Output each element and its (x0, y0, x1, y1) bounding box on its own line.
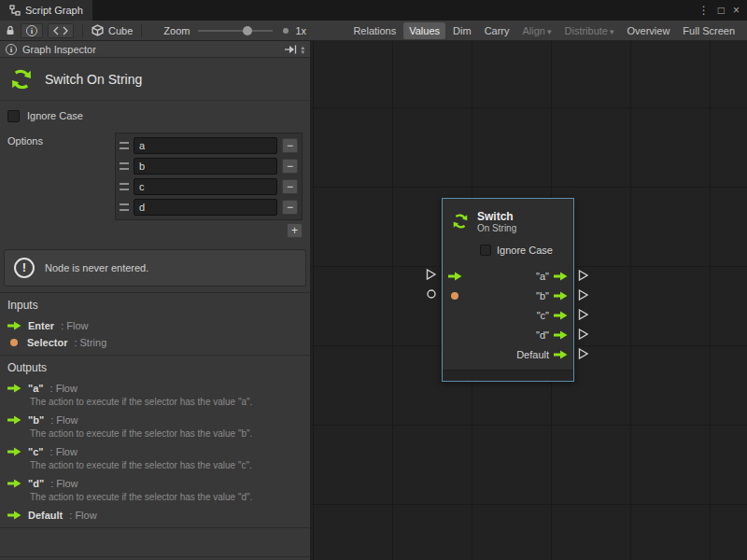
ignore-case-checkbox[interactable] (480, 245, 491, 256)
flow-port-icon (7, 479, 21, 488)
divider (82, 24, 83, 37)
toolbar-button-fullscreen[interactable]: Full Screen (677, 22, 740, 39)
dock-right-icon[interactable] (285, 45, 297, 54)
inputs-heading: Inputs (7, 299, 303, 312)
kebab-menu-icon[interactable]: ⋮ (698, 4, 710, 17)
switch-icon (450, 211, 471, 231)
list-item: "c" : Flow (7, 443, 303, 460)
enter-connector-icon[interactable] (426, 269, 436, 280)
output-connector-icon[interactable] (578, 309, 588, 320)
code-view-button[interactable] (48, 23, 74, 38)
info-icon: i (6, 44, 17, 55)
graph-inspector-panel: i Graph Inspector ▴ ▾ Sw (0, 41, 311, 560)
output-connector-icon[interactable] (578, 270, 588, 281)
code-icon (53, 26, 68, 35)
drag-handle-icon[interactable] (120, 162, 129, 170)
zoom-slider-handle[interactable] (243, 26, 252, 35)
node-footer (443, 370, 573, 381)
toolbar-button-carry[interactable]: Carry (479, 22, 515, 39)
list-item: Default : Flow (7, 507, 303, 524)
output-connector-icon[interactable] (578, 289, 588, 301)
inspector-header: i Graph Inspector ▴ ▾ (0, 41, 310, 58)
flow-port-icon (7, 447, 21, 456)
selector-connector-icon[interactable] (427, 289, 436, 299)
toolbar-button-overview[interactable]: Overview (622, 22, 676, 39)
target-label: Cube (108, 25, 133, 36)
list-item: "b" : Flow (7, 412, 303, 428)
graph-target[interactable]: Cube (92, 24, 133, 36)
flow-port-icon (7, 321, 21, 330)
flow-port-icon (7, 384, 21, 393)
flow-output-icon[interactable] (554, 272, 568, 281)
flow-output-icon[interactable] (554, 291, 568, 301)
list-item: − (118, 197, 300, 217)
value-input-icon[interactable] (451, 292, 458, 300)
output-connector-icon[interactable] (578, 329, 588, 340)
port-label: "d" (536, 329, 549, 341)
lock-icon[interactable] (5, 24, 16, 36)
ignore-case-label: Ignore Case (27, 110, 83, 121)
option-input[interactable] (134, 137, 277, 154)
toolbar-button-relations[interactable]: Relations (347, 22, 402, 39)
option-input[interactable] (134, 199, 277, 216)
port-label: "b" (536, 290, 549, 301)
output-connector-icon[interactable] (578, 348, 588, 359)
remove-option-button[interactable]: − (282, 179, 298, 194)
divider (141, 24, 142, 37)
node-port-row: Default (443, 344, 573, 364)
zoom-reset-dot[interactable] (283, 28, 289, 34)
toolbar-button-distribute[interactable]: Distribute▾ (559, 22, 620, 39)
toolbar-button-align[interactable]: Align▾ (517, 22, 557, 39)
port-label: "c" (537, 310, 549, 321)
zoom-label: Zoom (163, 25, 190, 36)
warning-icon: ! (14, 258, 35, 278)
close-icon[interactable]: × (733, 4, 740, 17)
warning-text: Node is never entered. (45, 262, 148, 273)
flow-output-icon[interactable] (554, 311, 568, 320)
options-list: − − − (115, 133, 303, 220)
node-inspector-title-block: Switch On String (0, 58, 310, 101)
outputs-heading: Outputs (7, 361, 303, 374)
remove-option-button[interactable]: − (282, 138, 298, 153)
maximize-icon[interactable]: □ (718, 4, 725, 17)
port-description: The action to execute if the selector ha… (7, 492, 303, 507)
drag-handle-icon[interactable] (120, 142, 129, 149)
graph-canvas[interactable]: Switch On String Ignore Case "a" (311, 41, 747, 560)
divider (0, 556, 310, 557)
warning-box: ! Node is never entered. (4, 249, 306, 287)
drag-handle-icon[interactable] (120, 183, 129, 190)
list-item: − (118, 135, 300, 156)
zoom-slider[interactable] (198, 26, 273, 35)
inspector-toggle-button[interactable]: i (21, 23, 43, 38)
flow-output-icon[interactable] (554, 330, 568, 340)
toolbar-button-dim[interactable]: Dim (447, 22, 477, 39)
tab-script-graph[interactable]: Script Graph (0, 0, 92, 21)
switch-node[interactable]: Switch On String Ignore Case "a" (442, 198, 574, 382)
list-item: − (118, 156, 300, 176)
drag-handle-icon[interactable] (120, 203, 129, 211)
port-label: Default (516, 349, 549, 360)
dropdown-caret-icon: ▾ (610, 27, 614, 36)
scroll-carets-icon[interactable]: ▴ ▾ (301, 45, 304, 54)
list-item: Enter : Flow (7, 317, 303, 334)
add-option-button[interactable]: + (287, 223, 303, 238)
info-icon: i (26, 25, 37, 36)
port-description: The action to execute if the selector ha… (7, 428, 303, 443)
flow-output-icon[interactable] (554, 350, 568, 359)
inspector-header-title: Graph Inspector (22, 44, 96, 55)
node-title: Switch (477, 210, 516, 223)
toolbar-button-values[interactable]: Values (403, 22, 445, 39)
page-title: Switch On String (45, 72, 142, 87)
node-subtitle: On String (477, 223, 516, 233)
graph-toolbar: i Cube Zoom 1x Relations Values Dim Carr… (0, 21, 747, 41)
flow-input-icon[interactable] (448, 272, 462, 281)
zoom-slider-track (198, 30, 273, 32)
flow-port-icon (7, 511, 21, 520)
remove-option-button[interactable]: − (282, 159, 298, 174)
option-input[interactable] (134, 178, 277, 195)
option-input[interactable] (134, 158, 277, 175)
ignore-case-checkbox[interactable] (7, 110, 20, 122)
switch-icon (7, 65, 35, 93)
node-port-row: "b" (443, 286, 573, 305)
remove-option-button[interactable]: − (282, 200, 298, 215)
